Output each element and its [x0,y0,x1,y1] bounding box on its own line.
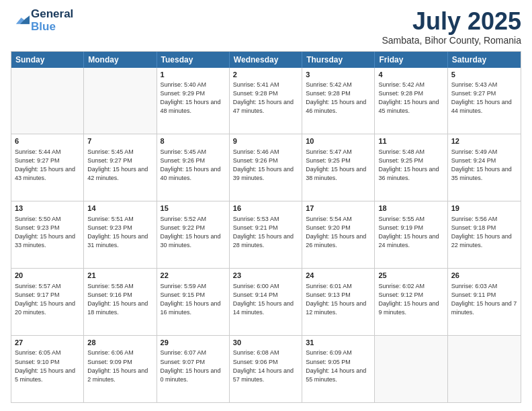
sunrise-text: Sunrise: 6:06 AM [87,349,152,357]
day-number: 2 [233,70,298,80]
sunrise-text: Sunrise: 5:41 AM [233,81,298,89]
daylight-text: Daylight: 15 hours and 33 minutes. [15,232,80,250]
header-friday: Friday [375,52,447,68]
table-row: 1Sunrise: 5:40 AMSunset: 9:29 PMDaylight… [157,68,230,134]
day-number: 24 [306,271,371,281]
table-row [448,336,521,402]
sunrise-text: Sunrise: 6:07 AM [161,349,226,357]
calendar-body: 1Sunrise: 5:40 AMSunset: 9:29 PMDaylight… [11,68,521,402]
sunset-text: Sunset: 9:27 PM [87,156,152,165]
sunset-text: Sunset: 9:07 PM [161,358,226,367]
sunset-text: Sunset: 9:09 PM [87,358,152,367]
page: General Blue July 2025 Sambata, Bihor Co… [0,0,532,411]
daylight-text: Daylight: 15 hours and 48 minutes. [161,98,226,116]
daylight-text: Daylight: 14 hours and 55 minutes. [306,367,371,384]
table-row: 9Sunrise: 5:46 AMSunset: 9:26 PMDaylight… [230,134,302,201]
sunset-text: Sunset: 9:27 PM [451,89,517,98]
day-number: 20 [15,271,80,281]
day-number: 29 [161,338,226,348]
sunrise-text: Sunrise: 5:49 AM [451,148,517,156]
header-wednesday: Wednesday [230,52,302,68]
sunrise-text: Sunrise: 5:45 AM [161,148,226,156]
sunrise-text: Sunrise: 5:40 AM [161,81,226,89]
day-number: 11 [378,136,443,146]
sunrise-text: Sunrise: 5:48 AM [378,148,443,156]
sunrise-text: Sunrise: 5:42 AM [378,81,443,89]
daylight-text: Daylight: 15 hours and 30 minutes. [161,232,226,250]
table-row: 4Sunrise: 5:42 AMSunset: 9:28 PMDaylight… [375,68,447,134]
day-number: 31 [306,338,371,348]
day-number: 14 [87,203,152,214]
header-monday: Monday [84,52,157,68]
calendar-header: Sunday Monday Tuesday Wednesday Thursday… [11,52,521,68]
sunrise-text: Sunrise: 5:46 AM [233,148,298,156]
daylight-text: Daylight: 15 hours and 36 minutes. [378,165,443,183]
sunset-text: Sunset: 9:27 PM [15,156,80,165]
day-number: 25 [378,271,443,281]
daylight-text: Daylight: 15 hours and 35 minutes. [451,165,517,183]
table-row [84,68,157,134]
sunrise-text: Sunrise: 5:43 AM [451,81,517,89]
sunrise-text: Sunrise: 5:56 AM [451,215,517,224]
sunset-text: Sunset: 9:28 PM [233,89,298,98]
daylight-text: Daylight: 15 hours and 47 minutes. [233,98,298,116]
calendar-row: 20Sunrise: 5:57 AMSunset: 9:17 PMDayligh… [11,268,521,335]
sunset-text: Sunset: 9:13 PM [306,291,371,300]
sunrise-text: Sunrise: 5:57 AM [15,282,80,291]
sunset-text: Sunset: 9:17 PM [15,291,80,300]
sunset-text: Sunset: 9:14 PM [233,291,298,300]
daylight-text: Daylight: 15 hours and 40 minutes. [161,165,226,183]
sunrise-text: Sunrise: 5:44 AM [15,148,80,156]
calendar: Sunday Monday Tuesday Wednesday Thursday… [11,51,521,403]
logo: General Blue [11,8,73,33]
sunrise-text: Sunrise: 6:08 AM [233,349,298,357]
sunset-text: Sunset: 9:16 PM [87,291,152,300]
daylight-text: Daylight: 15 hours and 9 minutes. [378,300,443,317]
table-row: 20Sunrise: 5:57 AMSunset: 9:17 PMDayligh… [11,269,84,335]
table-row: 15Sunrise: 5:52 AMSunset: 9:22 PMDayligh… [157,201,230,268]
daylight-text: Daylight: 15 hours and 44 minutes. [451,98,517,116]
table-row: 27Sunrise: 6:05 AMSunset: 9:10 PMDayligh… [11,336,84,402]
sunrise-text: Sunrise: 6:09 AM [306,349,371,357]
sunset-text: Sunset: 9:12 PM [378,291,443,300]
day-number: 1 [161,70,226,80]
daylight-text: Daylight: 15 hours and 45 minutes. [378,98,443,116]
daylight-text: Daylight: 15 hours and 22 minutes. [451,232,517,250]
sunset-text: Sunset: 9:25 PM [378,156,443,165]
sunrise-text: Sunrise: 6:02 AM [378,282,443,291]
table-row: 18Sunrise: 5:55 AMSunset: 9:19 PMDayligh… [375,201,447,268]
daylight-text: Daylight: 15 hours and 18 minutes. [87,300,152,317]
sunrise-text: Sunrise: 5:51 AM [87,215,152,224]
day-number: 17 [306,203,371,214]
sunrise-text: Sunrise: 6:01 AM [306,282,371,291]
header-tuesday: Tuesday [157,52,230,68]
daylight-text: Daylight: 15 hours and 42 minutes. [87,165,152,183]
table-row: 19Sunrise: 5:56 AMSunset: 9:18 PMDayligh… [448,201,521,268]
day-number: 27 [15,338,80,348]
calendar-row: 6Sunrise: 5:44 AMSunset: 9:27 PMDaylight… [11,134,521,201]
table-row: 17Sunrise: 5:54 AMSunset: 9:20 PMDayligh… [302,201,375,268]
daylight-text: Daylight: 15 hours and 28 minutes. [233,232,298,250]
day-number: 10 [306,136,371,146]
table-row: 3Sunrise: 5:42 AMSunset: 9:28 PMDaylight… [302,68,375,134]
day-number: 22 [161,271,226,281]
table-row: 5Sunrise: 5:43 AMSunset: 9:27 PMDaylight… [448,68,521,134]
daylight-text: Daylight: 15 hours and 46 minutes. [306,98,371,116]
daylight-text: Daylight: 15 hours and 24 minutes. [378,232,443,250]
table-row: 21Sunrise: 5:58 AMSunset: 9:16 PMDayligh… [84,269,157,335]
day-number: 5 [451,70,517,80]
table-row: 25Sunrise: 6:02 AMSunset: 9:12 PMDayligh… [375,269,447,335]
day-number: 15 [161,203,226,214]
header: General Blue July 2025 Sambata, Bihor Co… [11,8,521,46]
table-row: 24Sunrise: 6:01 AMSunset: 9:13 PMDayligh… [302,269,375,335]
day-number: 28 [87,338,152,348]
daylight-text: Daylight: 15 hours and 20 minutes. [15,300,80,317]
table-row: 26Sunrise: 6:03 AMSunset: 9:11 PMDayligh… [448,269,521,335]
daylight-text: Daylight: 15 hours and 2 minutes. [87,367,152,384]
title-month: July 2025 [382,8,521,35]
day-number: 26 [451,271,517,281]
sunset-text: Sunset: 9:28 PM [378,89,443,98]
sunset-text: Sunset: 9:11 PM [451,291,517,300]
daylight-text: Daylight: 15 hours and 39 minutes. [233,165,298,183]
table-row: 16Sunrise: 5:53 AMSunset: 9:21 PMDayligh… [230,201,302,268]
